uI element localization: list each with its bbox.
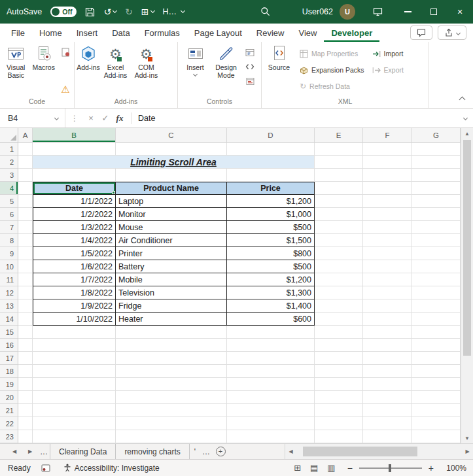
source-button[interactable]: Source — [264, 43, 294, 71]
cell-A17[interactable] — [18, 352, 33, 365]
avatar[interactable]: U — [340, 4, 355, 20]
cell-C11[interactable]: Mobile — [116, 273, 227, 286]
cell-F14[interactable] — [363, 313, 412, 326]
cell-A16[interactable] — [18, 339, 33, 352]
tab-data[interactable]: Data — [105, 24, 137, 42]
cell-A10[interactable] — [18, 260, 33, 273]
cell-D11[interactable]: $1,200 — [227, 273, 315, 286]
properties-button[interactable] — [243, 47, 256, 58]
page-break-view-button[interactable]: ▥ — [327, 464, 335, 472]
cell-F22[interactable] — [363, 417, 412, 430]
cell-E16[interactable] — [315, 339, 363, 352]
quick-access-grid-button[interactable]: ⊞ — [141, 7, 154, 16]
run-dialog-button[interactable] — [243, 76, 256, 86]
horizontal-scrollbar-thumb[interactable] — [303, 447, 417, 456]
cell-C21[interactable] — [116, 404, 227, 417]
cell-F5[interactable] — [363, 195, 412, 208]
row-header-15[interactable]: 15 — [0, 326, 18, 339]
row-header-3[interactable]: 3 — [0, 169, 18, 182]
expand-formula-bar-button[interactable] — [463, 116, 468, 120]
maximize-button[interactable] — [421, 0, 447, 24]
cell-G3[interactable] — [412, 169, 461, 182]
row-header-1[interactable]: 1 — [0, 143, 18, 156]
cell-C22[interactable] — [116, 417, 227, 430]
cell-B13[interactable]: 1/9/2022 — [33, 299, 116, 313]
vertical-scrollbar-track[interactable] — [461, 139, 473, 433]
cell-C20[interactable] — [116, 391, 227, 404]
vertical-scrollbar-thumb[interactable] — [463, 140, 471, 356]
cell-D10[interactable]: $500 — [227, 260, 315, 273]
cell-A11[interactable] — [18, 273, 33, 286]
cell-B4[interactable]: Date — [33, 182, 116, 195]
formula-content[interactable]: Date — [135, 114, 464, 123]
cell-D4[interactable]: Price — [227, 182, 315, 195]
cell-E21[interactable] — [315, 404, 363, 417]
zoom-level[interactable]: 100% — [438, 464, 466, 473]
cell-D13[interactable]: $1,400 — [227, 299, 315, 313]
row-header-20[interactable]: 20 — [0, 391, 18, 404]
addins-button[interactable]: Add-ins — [77, 43, 100, 71]
cancel-button[interactable]: × — [84, 113, 98, 123]
cell-E8[interactable] — [315, 234, 363, 247]
cell-A13[interactable] — [18, 299, 33, 313]
cell-F16[interactable] — [363, 339, 412, 352]
cell-A15[interactable] — [18, 326, 33, 339]
cell-A3[interactable] — [18, 169, 33, 182]
row-header-8[interactable]: 8 — [0, 234, 18, 247]
cell-E5[interactable] — [315, 195, 363, 208]
cell-C19[interactable] — [116, 378, 227, 391]
cell-G18[interactable] — [412, 365, 461, 378]
cell-A14[interactable] — [18, 313, 33, 326]
cell-F4[interactable] — [363, 182, 412, 195]
cell-A7[interactable] — [18, 221, 33, 234]
cell-G15[interactable] — [412, 326, 461, 339]
row-header-17[interactable]: 17 — [0, 352, 18, 365]
macro-security-button[interactable]: ⚠ — [59, 84, 72, 94]
cell-F9[interactable] — [363, 247, 412, 260]
row-header-9[interactable]: 9 — [0, 247, 18, 260]
cell-B3[interactable] — [33, 169, 116, 182]
expansion-packs-button[interactable]: Expansion Packs — [297, 62, 367, 78]
cell-C12[interactable]: Television — [116, 286, 227, 299]
tab-home[interactable]: Home — [32, 24, 69, 42]
cell-B12[interactable]: 1/8/2022 — [33, 286, 116, 299]
cell-F20[interactable] — [363, 391, 412, 404]
cell-E1[interactable] — [315, 143, 363, 156]
select-all-corner[interactable] — [0, 128, 18, 143]
cell-E13[interactable] — [315, 299, 363, 313]
cell-D6[interactable]: $1,000 — [227, 208, 315, 221]
cell-C10[interactable]: Battery — [116, 260, 227, 273]
cell-F8[interactable] — [363, 234, 412, 247]
row-header-16[interactable]: 16 — [0, 339, 18, 352]
cell-C14[interactable]: Heater — [116, 313, 227, 326]
desktop-icon[interactable] — [364, 0, 391, 24]
cell-D20[interactable] — [227, 391, 315, 404]
cell-E2[interactable] — [315, 156, 363, 169]
cell-G22[interactable] — [412, 417, 461, 430]
autosave-toggle[interactable]: Off — [50, 7, 77, 17]
cell-G10[interactable] — [412, 260, 461, 273]
cell-B18[interactable] — [33, 365, 116, 378]
cell-B6[interactable]: 1/2/2022 — [33, 208, 116, 221]
cell-E23[interactable] — [315, 430, 363, 443]
document-title[interactable]: H… — [163, 7, 185, 16]
scroll-area-title-cell[interactable]: Limiting Scroll Area — [33, 156, 315, 169]
cell-F6[interactable] — [363, 208, 412, 221]
zoom-out-button[interactable]: − — [347, 463, 353, 473]
cell-G11[interactable] — [412, 273, 461, 286]
column-header-F[interactable]: F — [363, 128, 412, 143]
close-button[interactable]: × — [447, 0, 473, 24]
cell-G13[interactable] — [412, 299, 461, 313]
row-header-13[interactable]: 13 — [0, 299, 18, 313]
cell-F17[interactable] — [363, 352, 412, 365]
cell-E4[interactable] — [315, 182, 363, 195]
cell-B15[interactable] — [33, 326, 116, 339]
cell-B7[interactable]: 1/3/2022 — [33, 221, 116, 234]
refresh-data-button[interactable]: ↻ Refresh Data — [297, 78, 367, 94]
cell-B11[interactable]: 1/7/2022 — [33, 273, 116, 286]
cell-D21[interactable] — [227, 404, 315, 417]
row-header-19[interactable]: 19 — [0, 378, 18, 391]
cell-G19[interactable] — [412, 378, 461, 391]
sheet-overflow-left[interactable]: … — [38, 444, 50, 459]
cell-D9[interactable]: $800 — [227, 247, 315, 260]
